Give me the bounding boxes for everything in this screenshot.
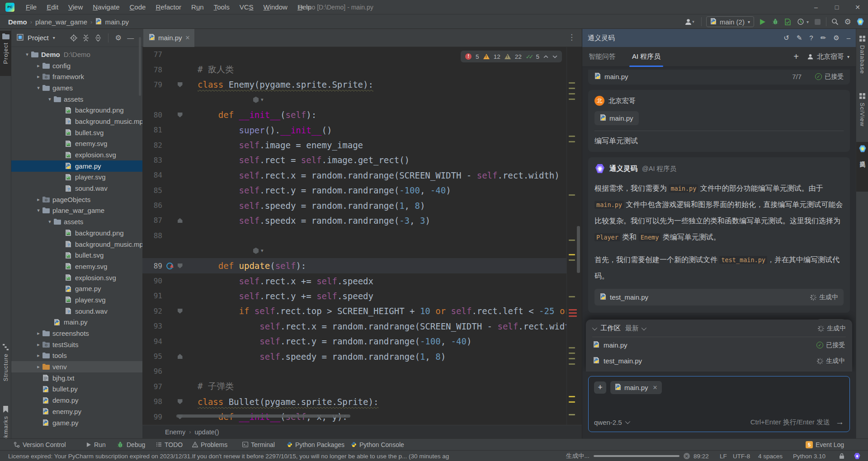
editor-breadcrumb-update()[interactable]: update(): [194, 428, 219, 436]
stripe-tab-Project[interactable]: Project: [0, 31, 11, 76]
code-line-85[interactable]: 85 self.rect.y = random.randrange(-100, …: [142, 183, 571, 198]
tree-item-bullet.svg[interactable]: bullet.svg: [11, 127, 142, 138]
line-separator[interactable]: LF: [720, 451, 727, 461]
code-area[interactable]: 7778# 敌人类79class Enemy(pygame.sprite.Spr…: [142, 47, 571, 425]
event-log-button[interactable]: 5Event Log: [806, 441, 844, 448]
stripe-tab-Bookmarks[interactable]: Bookmarks: [0, 403, 11, 438]
fold-marker[interactable]: [175, 354, 185, 359]
tree-item-game.py[interactable]: game.py: [11, 160, 142, 172]
attachment-chip[interactable]: main.py: [594, 111, 639, 125]
ai-codelens-icon[interactable]: ▾: [253, 97, 264, 103]
fold-marker[interactable]: [175, 82, 185, 87]
ai-user-menu[interactable]: 北京宿哥 ▾: [807, 52, 849, 61]
tree-item-demo.py[interactable]: demo.py: [11, 395, 142, 406]
add-context-button[interactable]: +: [594, 381, 606, 394]
close-button[interactable]: ✕: [847, 0, 868, 14]
tree-item-game.py[interactable]: game.py: [11, 283, 142, 294]
code-line-88[interactable]: 88: [142, 228, 571, 243]
tree-collapsed-icon[interactable]: ▸: [34, 342, 42, 348]
add-session-icon[interactable]: +: [793, 52, 799, 62]
tab-options-icon[interactable]: ⋮: [568, 33, 576, 42]
code-line-84[interactable]: 84 self.rect.x = random.randrange(SCREEN…: [142, 168, 571, 183]
tool-window-button-todo[interactable]: TODO: [156, 441, 183, 448]
code-line-92[interactable]: 92 if self.rect.top > SCREEN_HEIGHT + 10…: [142, 304, 571, 319]
tool-window-button-terminal[interactable]: Terminal: [242, 441, 275, 448]
tree-collapsed-icon[interactable]: ▸: [34, 74, 42, 80]
tree-item-game.py[interactable]: game.py: [11, 417, 142, 428]
fold-end-icon[interactable]: [178, 354, 183, 359]
code-line-94[interactable]: 94 self.rect.y = random.randrange(-100, …: [142, 334, 571, 348]
tree-item-bjhg.txt[interactable]: bjhg.txt: [11, 372, 142, 384]
chip-close-icon[interactable]: ✕: [653, 384, 658, 391]
tree-collapsed-icon[interactable]: ▸: [34, 364, 42, 370]
breadcrumb-item-plane_war_game[interactable]: plane_war_game: [35, 18, 87, 26]
history-icon[interactable]: ↺: [783, 34, 789, 42]
override-marker-icon[interactable]: [166, 263, 173, 269]
stripe-tab-Database[interactable]: Database: [856, 33, 868, 78]
minimize-icon[interactable]: –: [847, 34, 850, 42]
code-line-97[interactable]: 97# 子弹类: [142, 379, 571, 394]
user-account-icon[interactable]: ▾: [682, 18, 697, 26]
editor-scrollbar-thumb[interactable]: [577, 226, 580, 273]
tab-smart-qa[interactable]: 智能问答: [589, 47, 616, 67]
menu-edit[interactable]: Edit: [42, 3, 63, 11]
pen-icon[interactable]: ✏: [821, 34, 826, 42]
send-icon[interactable]: →: [835, 417, 844, 427]
tree-collapsed-icon[interactable]: ▸: [34, 63, 42, 69]
tree-item-screenshots[interactable]: ▸screenshots: [11, 328, 142, 339]
hide-panel-icon[interactable]: —: [127, 34, 135, 42]
fold-start-icon[interactable]: [178, 113, 183, 118]
tool-window-button-version-control[interactable]: Version Control: [14, 441, 66, 448]
tool-window-button-run[interactable]: Run: [86, 441, 106, 448]
indent-setting[interactable]: 4 spaces: [758, 451, 783, 461]
generated-file-chip[interactable]: test_main.py 生成中: [594, 289, 844, 306]
run-coverage-button[interactable]: [784, 18, 792, 26]
tool-window-button-problems[interactable]: Problems: [192, 441, 227, 448]
collapse-all-button[interactable]: [94, 34, 102, 42]
tree-item-sound.wav[interactable]: ?sound.wav: [11, 183, 142, 194]
fold-marker[interactable]: [175, 263, 185, 268]
panel-gear-icon[interactable]: ⚙: [114, 34, 123, 42]
tree-item-config[interactable]: ▸config: [11, 60, 142, 71]
tree-item-player.svg[interactable]: player.svg: [11, 172, 142, 183]
tree-item-player.svg[interactable]: player.svg: [11, 294, 142, 306]
ai-input-box[interactable]: + main.py ✕ qwen-2.5 Ctrl+Enter 换行/Enter…: [588, 376, 850, 432]
stripe-tab-通义灵码[interactable]: 通义灵码: [856, 142, 868, 192]
code-line-91[interactable]: 91 self.rect.y += self.speedy: [142, 288, 571, 303]
inlay-hint-row[interactable]: ▾: [142, 243, 571, 258]
search-everywhere-icon[interactable]: [831, 18, 839, 26]
stripe-tab-SciView[interactable]: SciView: [856, 90, 868, 135]
breadcrumb-item-main.py[interactable]: main.py: [105, 18, 129, 26]
tree-item-background_music.mp3[interactable]: ?background_music.mp3: [11, 239, 142, 250]
tree-collapsed-icon[interactable]: ▸: [34, 197, 42, 202]
fold-marker[interactable]: [175, 113, 185, 118]
tongyi-status-icon[interactable]: [854, 451, 861, 461]
tree-item-assets[interactable]: ▾assets: [11, 216, 142, 227]
menu-tools[interactable]: Tools: [209, 3, 235, 11]
code-line-78[interactable]: 78# 敌人类: [142, 62, 571, 77]
debug-button[interactable]: [771, 18, 779, 26]
profiler-chevron-icon[interactable]: ▾: [807, 19, 809, 24]
tree-item-main.py[interactable]: main.py: [11, 317, 142, 328]
tree-item-bullet.py[interactable]: bullet.py: [11, 384, 142, 395]
settings-gear-icon[interactable]: ⚙: [844, 18, 852, 26]
tree-collapsed-icon[interactable]: ▸: [34, 330, 42, 336]
fold-start-icon[interactable]: [178, 82, 183, 87]
collapse-icon[interactable]: [592, 325, 597, 330]
code-line-77[interactable]: 77: [142, 47, 571, 62]
tree-expanded-icon[interactable]: ▾: [46, 96, 54, 102]
profiler-button[interactable]: [797, 18, 805, 26]
tree-collapsed-icon[interactable]: ▸: [34, 353, 42, 358]
cancel-task-icon[interactable]: ✕: [684, 453, 690, 459]
menu-navigate[interactable]: Navigate: [88, 3, 124, 11]
ai-chat-area[interactable]: main.py 7/7 ✓ 已接受 北 北京宏哥 main.py: [582, 67, 856, 372]
file-encoding[interactable]: UTF-8: [733, 451, 750, 461]
code-line-83[interactable]: 83 self.rect = self.image.get_rect(): [142, 153, 571, 168]
inlay-hint-row[interactable]: ▾: [142, 92, 571, 107]
expand-all-button[interactable]: [82, 34, 90, 42]
model-selector[interactable]: qwen-2.5: [594, 419, 629, 426]
tree-item-tools[interactable]: ▸tools: [11, 350, 142, 362]
tool-window-button-debug[interactable]: Debug: [117, 441, 145, 448]
editor-tab-main-py[interactable]: main.py ✕: [143, 29, 194, 47]
tree-expanded-icon[interactable]: ▾: [34, 85, 42, 91]
